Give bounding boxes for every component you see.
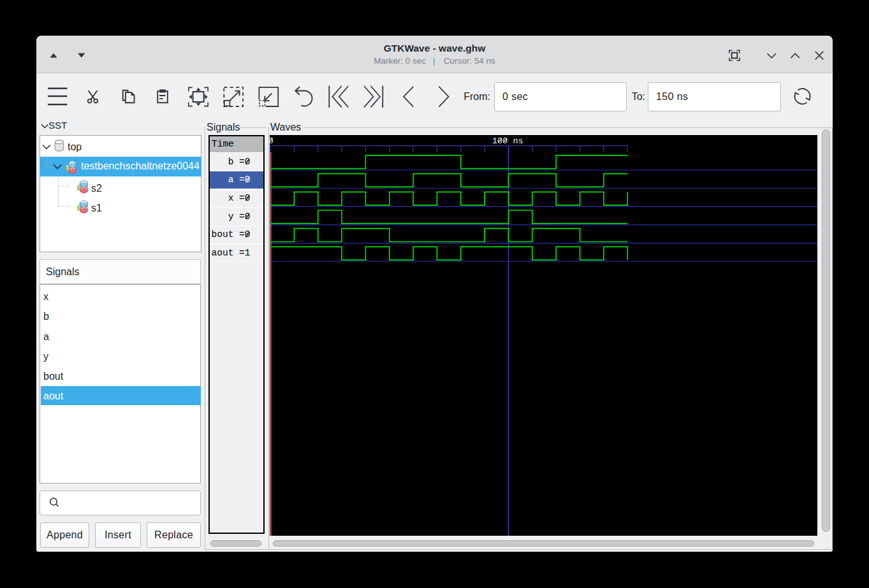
svg-text:100 ns: 100 ns (492, 136, 523, 146)
